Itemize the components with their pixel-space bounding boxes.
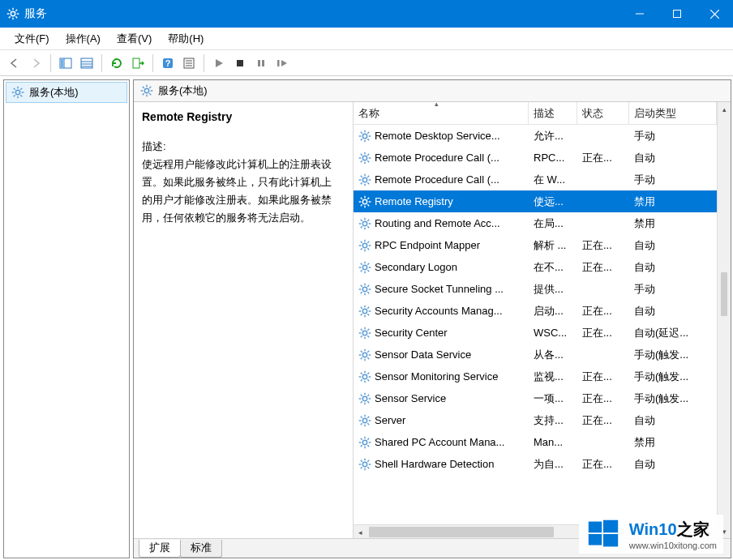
svg-line-93 (367, 219, 369, 220)
svg-point-0 (11, 11, 15, 15)
svg-rect-10 (674, 11, 681, 18)
service-startup-cell: 手动(触发... (629, 348, 717, 362)
service-desc-cell: 在 W... (529, 173, 577, 187)
service-row[interactable]: Shell Hardware Detection为自...正在...自动 (354, 453, 717, 475)
column-header-name[interactable]: 名称 (354, 102, 529, 124)
service-row[interactable]: Secondary Logon在不...正在...自动 (354, 256, 717, 278)
forward-button[interactable] (26, 53, 45, 73)
service-name-text: Remote Registry (375, 195, 453, 207)
service-name-cell: RPC Endpoint Mapper (354, 239, 529, 252)
service-row[interactable]: Secure Socket Tunneling ...提供...手动 (354, 278, 717, 300)
service-row[interactable]: Security Accounts Manag...启动...正在...自动 (354, 300, 717, 322)
service-startup-cell: 手动(触发... (629, 391, 717, 406)
console-tree[interactable]: 服务(本地) (3, 79, 130, 558)
watermark-brand-b: 之家 (677, 520, 709, 538)
svg-rect-196 (603, 534, 618, 546)
service-status-cell: 正在... (577, 326, 629, 340)
column-header-status[interactable]: 状态 (577, 102, 629, 124)
windows-logo-icon (585, 518, 621, 550)
svg-point-130 (362, 331, 366, 335)
service-name-text: Remote Desktop Service... (375, 130, 500, 142)
export-list-button[interactable] (128, 53, 148, 73)
service-row[interactable]: Shared PC Account Mana...Man...禁用 (354, 431, 717, 453)
service-row[interactable]: Remote Procedure Call (...在 W...手动 (354, 169, 717, 190)
svg-line-127 (367, 314, 369, 315)
menu-help[interactable]: 帮助(H) (160, 29, 212, 49)
scroll-up-button[interactable]: ▴ (718, 102, 731, 116)
menu-file[interactable]: 文件(F) (6, 29, 58, 49)
service-row[interactable]: Remote Desktop Service...允许...手动 (354, 125, 717, 147)
restart-service-button[interactable] (272, 53, 292, 73)
svg-line-126 (361, 306, 362, 308)
sort-indicator-icon: ▴ (435, 100, 439, 108)
service-name-cell: Remote Desktop Service... (354, 130, 529, 143)
svg-line-117 (361, 284, 362, 286)
refresh-button[interactable] (107, 53, 126, 73)
svg-line-171 (361, 416, 362, 417)
service-row[interactable]: Sensor Service一项...正在...手动(触发... (354, 387, 717, 409)
service-gear-icon (358, 458, 371, 471)
service-name-text: Sensor Service (375, 392, 446, 404)
pause-service-button[interactable] (251, 53, 271, 73)
svg-line-37 (20, 95, 22, 96)
svg-point-184 (362, 462, 366, 466)
service-name-text: Secondary Logon (375, 261, 457, 273)
service-desc-cell: RPC... (529, 152, 577, 164)
svg-line-173 (361, 423, 362, 425)
stop-service-button[interactable] (230, 53, 250, 73)
svg-line-120 (367, 284, 369, 286)
service-desc-cell: 允许... (529, 129, 577, 143)
menu-view[interactable]: 查看(V) (109, 29, 160, 49)
properties-button[interactable] (179, 53, 199, 73)
service-row[interactable]: RPC Endpoint Mapper解析 ...正在...自动 (354, 234, 717, 256)
show-hide-tree-button[interactable] (56, 53, 75, 73)
service-startup-cell: 禁用 (629, 195, 717, 209)
svg-line-82 (367, 204, 369, 206)
tab-standard[interactable]: 标准 (180, 540, 222, 558)
tab-extended[interactable]: 扩展 (139, 540, 181, 558)
service-row[interactable]: Routing and Remote Acc...在局...禁用 (354, 212, 717, 234)
maximize-button[interactable] (658, 0, 696, 28)
menu-action[interactable]: 操作(A) (58, 29, 109, 49)
service-row[interactable]: Server支持...正在...自动 (354, 409, 717, 431)
svg-point-148 (362, 374, 366, 378)
service-gear-icon (358, 217, 371, 230)
service-desc-cell: 支持... (529, 413, 577, 428)
back-button[interactable] (5, 53, 24, 73)
scroll-left-button[interactable]: ◂ (354, 525, 367, 539)
service-row[interactable]: Sensor Monitoring Service监视...正在...手动(触发… (354, 365, 717, 387)
svg-rect-27 (237, 60, 243, 66)
details-view-button[interactable] (77, 53, 96, 73)
svg-line-163 (367, 401, 369, 403)
svg-line-102 (367, 241, 369, 242)
minimize-button[interactable] (621, 0, 658, 28)
column-header-description[interactable]: 描述 (529, 102, 577, 124)
vertical-scrollbar[interactable]: ▴ ▾ (717, 102, 731, 538)
service-row[interactable]: Security CenterWSC...正在...自动(延迟... (354, 322, 717, 344)
pane-title: 服务(本地) (158, 83, 208, 98)
svg-line-110 (361, 270, 362, 271)
service-gear-icon (358, 173, 371, 186)
service-startup-cell: 禁用 (629, 435, 717, 450)
service-startup-cell: 自动 (629, 260, 717, 275)
watermark-url: www.win10xitong.com (629, 541, 717, 550)
service-row[interactable]: Remote Registry使远...禁用 (354, 190, 717, 212)
close-button[interactable] (696, 0, 733, 28)
svg-line-145 (367, 357, 369, 359)
help-button[interactable]: ? (158, 53, 178, 73)
service-startup-cell: 自动 (629, 304, 717, 318)
service-row[interactable]: Sensor Data Service从各...手动(触发... (354, 344, 717, 365)
svg-line-39 (20, 88, 22, 90)
service-row[interactable]: Remote Procedure Call (...RPC...正在...自动 (354, 147, 717, 169)
column-header-startup-type[interactable]: 启动类型 (629, 102, 717, 124)
svg-line-48 (149, 87, 151, 88)
start-service-button[interactable] (209, 53, 229, 73)
service-status-cell: 正在... (577, 304, 629, 318)
svg-rect-29 (262, 60, 264, 66)
service-status-cell: 正在... (577, 370, 629, 384)
svg-line-38 (14, 95, 15, 96)
svg-rect-28 (258, 60, 260, 66)
title-bar: 服务 (0, 0, 733, 28)
tree-item-services-local[interactable]: 服务(本地) (6, 82, 127, 103)
pane-header: 服务(本地) (134, 80, 731, 102)
